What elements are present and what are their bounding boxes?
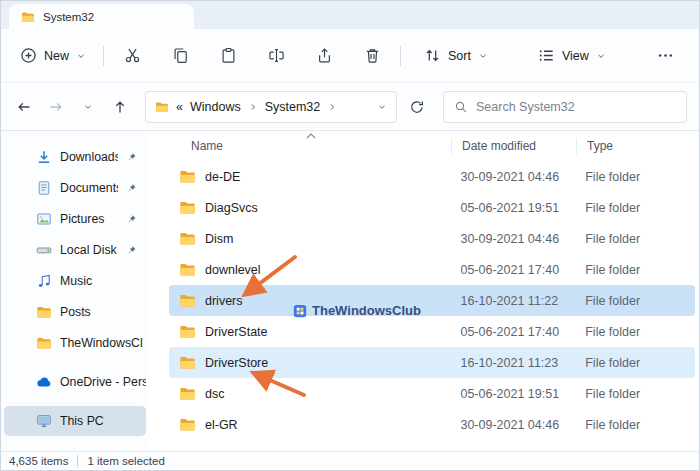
file-row[interactable]: Dism 30-09-2021 04:46 File folder [169, 223, 695, 254]
column-header-type[interactable]: Type [576, 138, 696, 154]
refresh-icon [409, 99, 425, 115]
pin-icon [126, 152, 137, 163]
sidebar-item[interactable]: TheWindowsCl [4, 328, 146, 358]
column-header-date-modified[interactable]: Date modified [451, 138, 576, 154]
folder-icon [179, 416, 196, 433]
file-row[interactable]: DiagSvcs 05-06-2021 19:51 File folder [169, 192, 695, 223]
sidebar-item-label: Music [60, 274, 146, 288]
chevron-right-icon [248, 102, 258, 112]
sidebar-item[interactable]: Documents [4, 173, 146, 203]
paste-button[interactable] [208, 39, 248, 73]
tab-title: System32 [43, 11, 94, 23]
sort-icon [424, 47, 441, 64]
documents-icon [36, 180, 52, 196]
file-name-cell: downlevel [169, 261, 450, 278]
see-more-button[interactable] [649, 39, 683, 73]
folder-icon [155, 100, 169, 114]
sidebar-item-label: Downloads [60, 150, 118, 164]
file-type: File folder [575, 232, 695, 246]
sidebar-item[interactable]: Downloads [4, 142, 146, 172]
new-button[interactable]: New [11, 39, 95, 73]
address-dropdown-chevron-icon[interactable] [377, 102, 387, 112]
sidebar-item-label: Pictures [60, 212, 118, 226]
file-name: DiagSvcs [205, 201, 258, 215]
sort-button[interactable]: Sort [415, 39, 497, 73]
search-box[interactable] [443, 91, 687, 123]
sidebar-item[interactable]: Music [4, 266, 146, 296]
file-row[interactable]: drivers 16-10-2021 11:22 File folder [169, 285, 695, 316]
file-row[interactable]: de-DE 30-09-2021 04:46 File folder [169, 161, 695, 192]
view-icon [538, 47, 555, 64]
delete-icon [364, 47, 381, 64]
refresh-button[interactable] [403, 93, 431, 121]
file-name-cell: DriverState [169, 323, 450, 340]
file-name: Dism [205, 232, 233, 246]
delete-button[interactable] [352, 39, 392, 73]
file-rows: de-DE 30-09-2021 04:46 File folder DiagS… [149, 161, 699, 440]
statusbar-separator [77, 455, 78, 467]
more-icon [657, 47, 674, 64]
view-button[interactable]: View [529, 39, 615, 73]
forward-button[interactable] [43, 94, 69, 120]
navigation-pane: Downloads Documents Pictures Local Disk … [1, 131, 149, 451]
sidebar-item[interactable]: Pictures [4, 204, 146, 234]
chevron-down-icon [478, 51, 488, 61]
up-button[interactable] [107, 94, 133, 120]
cut-button[interactable] [112, 39, 152, 73]
breadcrumb-collapsed[interactable]: « [176, 100, 183, 114]
file-row[interactable]: dsc 05-06-2021 19:51 File folder [169, 378, 695, 409]
back-button[interactable] [11, 94, 37, 120]
sidebar-item[interactable]: Local Disk (F:) [4, 235, 146, 265]
file-date-modified: 16-10-2021 11:22 [450, 294, 575, 308]
recent-locations-button[interactable] [75, 94, 101, 120]
rename-button[interactable] [256, 39, 296, 73]
chevron-right-icon [327, 102, 337, 112]
breadcrumb-segment-system32[interactable]: System32 [265, 100, 321, 114]
toolbar-separator [400, 46, 401, 66]
folder-icon [179, 261, 196, 278]
file-type: File folder [575, 387, 695, 401]
file-name: dsc [205, 387, 224, 401]
file-date-modified: 16-10-2021 11:23 [450, 356, 575, 370]
file-name-cell: DriverStore [169, 354, 450, 371]
file-name: de-DE [205, 170, 240, 184]
sidebar-item[interactable]: This PC [4, 406, 146, 436]
music-icon [36, 273, 52, 289]
folder-icon [179, 168, 196, 185]
sort-button-label: Sort [448, 49, 471, 63]
file-date-modified: 05-06-2021 19:51 [450, 201, 575, 215]
file-name: DriverStore [205, 356, 268, 370]
folder-icon [179, 385, 196, 402]
copy-button[interactable] [160, 39, 200, 73]
column-header-name[interactable]: Name [169, 139, 451, 153]
sidebar-item[interactable]: OneDrive - Perso [4, 367, 146, 397]
share-button[interactable] [304, 39, 344, 73]
search-input[interactable] [476, 100, 676, 114]
plus-circle-icon [20, 47, 37, 64]
file-date-modified: 05-06-2021 19:51 [450, 387, 575, 401]
file-name: DriverState [205, 325, 268, 339]
copy-icon [172, 47, 189, 64]
new-button-label: New [44, 49, 69, 63]
thewindowsclub-logo-icon [293, 304, 307, 318]
explorer-tab[interactable]: System32 [9, 4, 194, 29]
pc-icon [36, 413, 52, 429]
breadcrumb-segment-windows[interactable]: Windows [190, 100, 241, 114]
file-row[interactable]: DriverStore 16-10-2021 11:23 File folder [169, 347, 695, 378]
back-icon [16, 99, 32, 115]
folder-icon [179, 292, 196, 309]
file-row[interactable]: downlevel 05-06-2021 17:40 File folder [169, 254, 695, 285]
breadcrumb[interactable]: « Windows System32 [145, 91, 397, 123]
file-type: File folder [575, 356, 695, 370]
folder-icon [179, 323, 196, 340]
status-bar: 4,635 items 1 item selected [1, 451, 699, 470]
folder-icon [21, 10, 35, 24]
watermark: TheWindowsClub [293, 303, 421, 318]
file-row[interactable]: el-GR 30-09-2021 04:46 File folder [169, 409, 695, 440]
toolbar-separator [103, 46, 104, 66]
sidebar-item[interactable]: Posts [4, 297, 146, 327]
selection-count: 1 item selected [87, 455, 164, 467]
file-row[interactable]: DriverState 05-06-2021 17:40 File folder [169, 316, 695, 347]
file-name: downlevel [205, 263, 261, 277]
command-bar: New Sort View [1, 29, 699, 83]
